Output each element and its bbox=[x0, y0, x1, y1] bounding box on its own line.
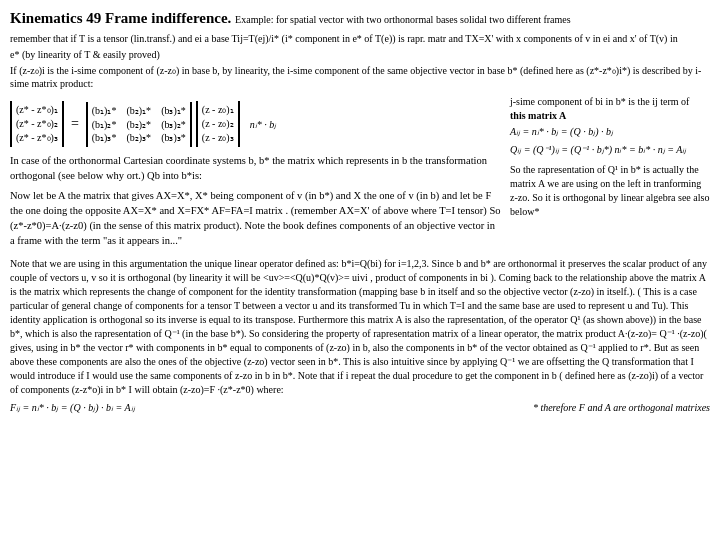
b1-r1: (b₁)₁* bbox=[92, 104, 117, 118]
right-column: j-sime component of bi in b* is the ij t… bbox=[510, 95, 710, 252]
page-container: Kinematics 49 Frame indifference. Exampl… bbox=[10, 8, 710, 414]
matrix-lhs-row2: (z* - z*₀)₂ bbox=[16, 117, 58, 131]
bottom-section: Fᵢⱼ = nᵢ* · bⱼ = (Q · bⱼ) · bᵢ = Aᵢⱼ * t… bbox=[10, 401, 710, 415]
j-sime-formula: Aᵢⱼ = nᵢ* · bⱼ = (Q · bⱼ) · bⱼ bbox=[510, 125, 710, 139]
z-row1: (z - z₀)₁ bbox=[202, 103, 234, 117]
z-row3: (z - z₀)₃ bbox=[202, 131, 234, 145]
matrix-main-row2: (b₁)₂* (b₂)₂* (b₃)₂* bbox=[92, 118, 186, 132]
equals-sign: = bbox=[71, 115, 79, 134]
note-section: Note that we are using in this argumenta… bbox=[10, 257, 710, 397]
body-text-1: In case of the orthonormal Cartesian coo… bbox=[10, 153, 502, 183]
b3-r2: (b₃)₂* bbox=[161, 118, 186, 132]
subtitle3: If (z-z₀)i is the i-sime component of (z… bbox=[10, 64, 710, 90]
b2-r2: (b₂)₂* bbox=[126, 118, 151, 132]
b2-r3: (b₂)₃* bbox=[126, 131, 151, 145]
bottom-formula-left: Fᵢⱼ = nᵢ* · bⱼ = (Q · bⱼ) · bᵢ = Aᵢⱼ bbox=[10, 401, 135, 415]
page-title: Kinematics 49 Frame indifference. Exampl… bbox=[10, 8, 710, 28]
matrix-equation: (z* - z*₀)₁ (z* - z*₀)₂ (z* - z*₀)₃ = (b… bbox=[10, 101, 502, 147]
subtitle1: remember that if T is a tensor (lin.tran… bbox=[10, 32, 710, 45]
b2-r1: (b₂)₁* bbox=[126, 104, 151, 118]
matrix-lhs-row1: (z* - z*₀)₁ bbox=[16, 103, 58, 117]
title-text: Kinematics 49 Frame indifference. bbox=[10, 10, 231, 26]
bottom-note-right: * therefore F and A are orthogonal matri… bbox=[533, 401, 710, 415]
z-row2: (z - z₀)₂ bbox=[202, 117, 234, 131]
matrix-main-row1: (b₁)₁* (b₂)₁* (b₃)₁* bbox=[92, 104, 186, 118]
b3-r1: (b₃)₁* bbox=[161, 104, 186, 118]
matrix-main: (b₁)₁* (b₂)₁* (b₃)₁* (b₁)₂* (b₂)₂* (b₃)₂… bbox=[86, 102, 192, 147]
matrix-rhs-z: (z - z₀)₁ (z - z₀)₂ (z - z₀)₃ bbox=[196, 101, 240, 147]
title-example: Example: for spatial vector with two ort… bbox=[235, 14, 571, 25]
left-column: (z* - z*₀)₁ (z* - z*₀)₂ (z* - z*₀)₃ = (b… bbox=[10, 95, 502, 252]
j-sime-label2: this matrix A bbox=[510, 109, 710, 123]
dot-product-formula: nᵢ* · bⱼ bbox=[250, 118, 277, 132]
body-text-2: Now let be A the matrix that gives AX=X*… bbox=[10, 188, 502, 249]
matrix-main-row3: (b₁)₃* (b₂)₃* (b₃)₃* bbox=[92, 131, 186, 145]
b1-r2: (b₁)₂* bbox=[92, 118, 117, 132]
b1-r3: (b₁)₃* bbox=[92, 131, 117, 145]
matrix-lhs-row3: (z* - z*₀)₃ bbox=[16, 131, 58, 145]
j-sime-label: j-sime component of bi in b* is the ij t… bbox=[510, 95, 710, 109]
matrix-lhs: (z* - z*₀)₁ (z* - z*₀)₂ (z* - z*₀)₃ bbox=[10, 101, 64, 147]
j-sime-box: j-sime component of bi in b* is the ij t… bbox=[510, 95, 710, 139]
q-formula-box: Qᵢⱼ = (Q⁻¹)ᵢⱼ = (Q⁻¹ · bⱼ*) nᵢ* = bᵢ* · … bbox=[510, 143, 710, 157]
matrix-and-jsime-section: (z* - z*₀)₁ (z* - z*₀)₂ (z* - z*₀)₃ = (b… bbox=[10, 95, 710, 252]
rapresentation-text: So the rapresentation of Q¹ in b* is act… bbox=[510, 163, 710, 219]
b3-r3: (b₃)₃* bbox=[161, 131, 186, 145]
subtitle2: e* (by linearity of T & easily proved) bbox=[10, 48, 710, 61]
